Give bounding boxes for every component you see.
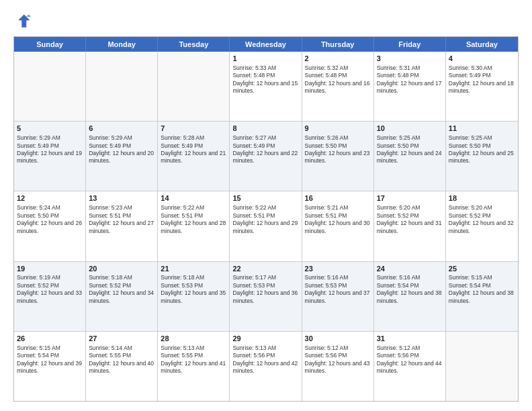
daylight-label: Daylight: 12 hours and 36 minutes. [232,289,298,304]
day-cell-23: 23Sunrise: 5:16 AMSunset: 5:53 PMDayligh… [302,262,374,331]
daylight-label: Daylight: 12 hours and 38 minutes. [377,289,442,304]
sunrise-label: Sunrise: 5:27 AM [232,134,276,141]
day-number: 22 [232,264,298,274]
day-number: 5 [17,124,83,134]
sunrise-label: Sunrise: 5:30 AM [449,64,492,71]
daylight-label: Daylight: 12 hours and 30 minutes. [305,220,370,234]
sunset-label: Sunset: 5:55 PM [161,352,203,359]
daylight-label: Daylight: 12 hours and 17 minutes. [377,80,442,94]
day-cell-18: 18Sunrise: 5:20 AMSunset: 5:52 PMDayligh… [446,191,518,261]
day-number: 3 [377,54,443,64]
daylight-label: Daylight: 12 hours and 34 minutes. [89,289,154,304]
daylight-label: Daylight: 12 hours and 15 minutes. [232,80,298,94]
day-cell-19: 19Sunrise: 5:19 AMSunset: 5:52 PMDayligh… [14,262,86,331]
daylight-label: Daylight: 12 hours and 29 minutes. [232,220,298,234]
sunrise-label: Sunrise: 5:22 AM [232,204,276,211]
day-cell-3: 3Sunrise: 5:31 AMSunset: 5:48 PMDaylight… [374,52,446,121]
day-cell-16: 16Sunrise: 5:21 AMSunset: 5:51 PMDayligh… [302,191,374,261]
sunrise-label: Sunrise: 5:29 AM [17,134,60,141]
day-cell-7: 7Sunrise: 5:28 AMSunset: 5:49 PMDaylight… [158,122,230,191]
sunrise-label: Sunrise: 5:16 AM [377,274,420,281]
sunset-label: Sunset: 5:50 PM [377,142,419,149]
sunrise-label: Sunrise: 5:13 AM [232,345,276,351]
sunset-label: Sunset: 5:49 PM [449,72,491,79]
day-cell-29: 29Sunrise: 5:13 AMSunset: 5:56 PMDayligh… [230,332,302,401]
daylight-label: Daylight: 12 hours and 26 minutes. [17,220,82,234]
daylight-label: Daylight: 12 hours and 41 minutes. [161,360,226,374]
day-cell-9: 9Sunrise: 5:26 AMSunset: 5:50 PMDaylight… [302,122,374,191]
day-cell-10: 10Sunrise: 5:25 AMSunset: 5:50 PMDayligh… [374,122,446,191]
sunrise-label: Sunrise: 5:31 AM [377,64,420,71]
day-number: 7 [161,124,226,134]
daylight-label: Daylight: 12 hours and 20 minutes. [89,150,154,164]
sunset-label: Sunset: 5:51 PM [89,212,131,219]
sunrise-label: Sunrise: 5:15 AM [449,274,492,281]
page: SundayMondayTuesdayWednesdayThursdayFrid… [0,0,532,411]
day-number: 2 [305,54,371,64]
sunset-label: Sunset: 5:48 PM [305,72,347,79]
day-number: 27 [89,334,154,344]
day-number: 31 [377,334,443,344]
day-cell-13: 13Sunrise: 5:23 AMSunset: 5:51 PMDayligh… [86,191,158,261]
day-number: 14 [161,193,226,203]
sunset-label: Sunset: 5:53 PM [232,282,275,289]
daylight-label: Daylight: 12 hours and 44 minutes. [377,360,442,374]
sunrise-label: Sunrise: 5:13 AM [161,345,204,351]
sunset-label: Sunset: 5:54 PM [449,282,491,289]
sunset-label: Sunset: 5:49 PM [89,142,131,149]
daylight-label: Daylight: 12 hours and 28 minutes. [161,220,226,234]
daylight-label: Daylight: 12 hours and 33 minutes. [17,289,82,304]
sunrise-label: Sunrise: 5:15 AM [17,345,60,351]
svg-marker-1 [26,15,31,17]
day-number: 9 [305,124,371,134]
sunrise-label: Sunrise: 5:19 AM [17,274,60,281]
sunrise-label: Sunrise: 5:29 AM [89,134,132,141]
calendar-week-3: 12Sunrise: 5:24 AMSunset: 5:50 PMDayligh… [14,191,518,261]
day-cell-15: 15Sunrise: 5:22 AMSunset: 5:51 PMDayligh… [230,191,302,261]
day-cell-22: 22Sunrise: 5:17 AMSunset: 5:53 PMDayligh… [230,262,302,331]
calendar-week-4: 19Sunrise: 5:19 AMSunset: 5:52 PMDayligh… [14,262,518,332]
logo [13,12,35,31]
day-number: 4 [449,54,515,64]
day-number: 15 [232,193,298,203]
daylight-label: Daylight: 12 hours and 22 minutes. [232,150,298,164]
sunrise-label: Sunrise: 5:33 AM [232,64,276,71]
day-cell-17: 17Sunrise: 5:20 AMSunset: 5:52 PMDayligh… [374,191,446,261]
sunrise-label: Sunrise: 5:25 AM [449,134,492,141]
empty-cell [158,52,230,121]
sunrise-label: Sunrise: 5:24 AM [17,204,60,211]
day-number: 19 [17,264,83,274]
daylight-label: Daylight: 12 hours and 37 minutes. [305,289,370,304]
sunset-label: Sunset: 5:56 PM [232,352,275,359]
sunrise-label: Sunrise: 5:14 AM [89,345,132,351]
daylight-label: Daylight: 12 hours and 27 minutes. [89,220,154,234]
sunrise-label: Sunrise: 5:26 AM [305,134,349,141]
calendar: SundayMondayTuesdayWednesdayThursdayFrid… [13,36,519,402]
day-cell-2: 2Sunrise: 5:32 AMSunset: 5:48 PMDaylight… [302,52,374,121]
sunrise-label: Sunrise: 5:12 AM [377,345,420,351]
day-number: 6 [89,124,154,134]
sunset-label: Sunset: 5:54 PM [377,282,419,289]
daylight-label: Daylight: 12 hours and 43 minutes. [305,360,370,374]
sunset-label: Sunset: 5:50 PM [449,142,491,149]
daylight-label: Daylight: 12 hours and 40 minutes. [89,360,154,374]
sunset-label: Sunset: 5:51 PM [161,212,203,219]
sunset-label: Sunset: 5:48 PM [232,72,275,79]
day-number: 24 [377,264,443,274]
sunset-label: Sunset: 5:51 PM [232,212,275,219]
sunrise-label: Sunrise: 5:20 AM [449,204,492,211]
day-number: 1 [232,54,298,64]
day-number: 30 [305,334,371,344]
day-number: 16 [305,193,371,203]
day-cell-21: 21Sunrise: 5:18 AMSunset: 5:53 PMDayligh… [158,262,230,331]
day-cell-8: 8Sunrise: 5:27 AMSunset: 5:49 PMDaylight… [230,122,302,191]
sunset-label: Sunset: 5:53 PM [305,282,347,289]
day-cell-6: 6Sunrise: 5:29 AMSunset: 5:49 PMDaylight… [86,122,158,191]
daylight-label: Daylight: 12 hours and 18 minutes. [449,80,514,94]
header [13,12,519,31]
day-cell-1: 1Sunrise: 5:33 AMSunset: 5:48 PMDaylight… [230,52,302,121]
day-cell-24: 24Sunrise: 5:16 AMSunset: 5:54 PMDayligh… [374,262,446,331]
logo-icon [13,12,32,31]
sunset-label: Sunset: 5:50 PM [305,142,347,149]
calendar-week-1: 1Sunrise: 5:33 AMSunset: 5:48 PMDaylight… [14,52,518,122]
